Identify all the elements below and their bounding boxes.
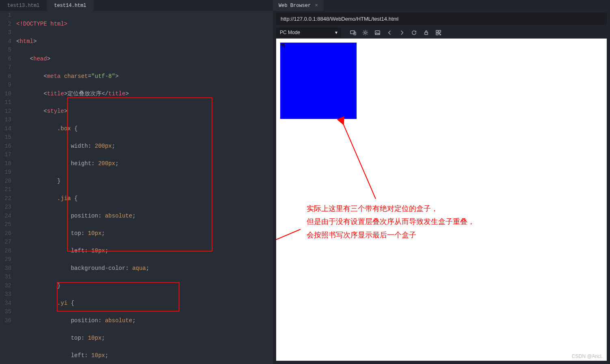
url-bar[interactable]: http://127.0.0.1:8848/WebDemo/HTML/test1… xyxy=(276,13,607,25)
tab-test13[interactable]: test13.html xyxy=(0,0,47,11)
chevron-down-icon: ▾ xyxy=(335,30,337,35)
annotation-line1: 实际上这里有三个带有绝对定位的盒子， xyxy=(307,202,475,215)
svg-rect-9 xyxy=(440,34,441,35)
close-icon[interactable]: × xyxy=(315,2,318,9)
tab-test14[interactable]: test14.html xyxy=(47,0,93,11)
svg-line-10 xyxy=(343,124,376,199)
browser-toolbar: PC Mode ▾ xyxy=(273,26,610,39)
browser-tab-label: Web Browser xyxy=(279,3,311,9)
svg-point-2 xyxy=(364,32,366,34)
rendered-box-bing: 丙 xyxy=(280,43,357,119)
line-gutter: 1234567891011121314151617181920212223242… xyxy=(0,11,16,364)
svg-rect-6 xyxy=(439,30,441,32)
gear-icon[interactable] xyxy=(360,28,370,37)
mode-label: PC Mode xyxy=(280,30,300,35)
watermark: CSDN @Aricl. xyxy=(572,353,603,359)
annotation-line3: 会按照书写次序显示最后一个盒子 xyxy=(307,228,475,241)
devices-icon[interactable] xyxy=(348,28,358,37)
svg-rect-5 xyxy=(436,30,438,32)
browser-viewport: 丙 实际上这里有三个带有绝对定位的盒子， 但是由于没有设置层叠次序从而导致发生盒… xyxy=(276,39,607,361)
browser-pane: Web Browser × http://127.0.0.1:8848/WebD… xyxy=(273,0,610,364)
svg-line-11 xyxy=(276,229,301,286)
code-content[interactable]: <!DOCTYPE html> <html> <head> <meta char… xyxy=(16,11,273,364)
editor-tabs: test13.html test14.html xyxy=(0,0,273,11)
svg-rect-8 xyxy=(439,33,439,34)
annotation-text: 实际上这里有三个带有绝对定位的盒子， 但是由于没有设置层叠次序从而导致发生盒子重… xyxy=(307,202,475,241)
code-editor-pane: test13.html test14.html 1234567891011121… xyxy=(0,0,273,364)
forward-icon[interactable] xyxy=(396,28,407,37)
svg-rect-7 xyxy=(436,33,438,35)
browser-tabs: Web Browser × xyxy=(273,0,610,11)
screenshot-icon[interactable] xyxy=(372,28,383,37)
svg-rect-4 xyxy=(424,32,428,34)
back-icon[interactable] xyxy=(384,28,395,37)
code-doctype: <!DOCTYPE html> xyxy=(16,21,67,27)
lock-icon[interactable] xyxy=(421,28,431,37)
highlight-box-css xyxy=(67,97,212,252)
annotation-line2: 但是由于没有设置层叠次序从而导致发生盒子重叠， xyxy=(307,215,475,228)
refresh-icon[interactable] xyxy=(409,28,419,37)
mode-select[interactable]: PC Mode ▾ xyxy=(276,28,341,37)
code-area[interactable]: 1234567891011121314151617181920212223242… xyxy=(0,11,273,364)
browser-tab[interactable]: Web Browser × xyxy=(273,0,324,11)
qr-icon[interactable] xyxy=(433,28,443,37)
